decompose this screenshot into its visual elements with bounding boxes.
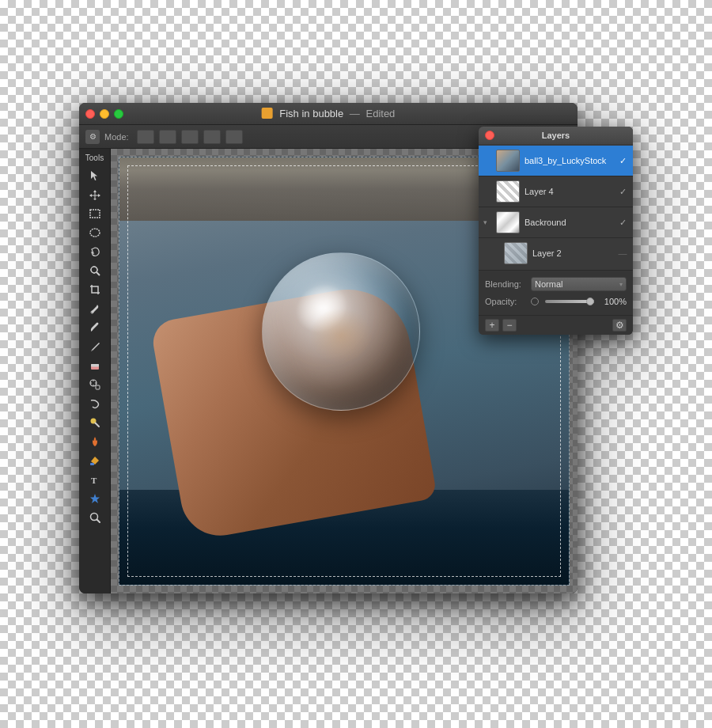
layer-thumb-layer4 — [496, 180, 520, 203]
document-title: Fish in bubble — [279, 108, 343, 119]
layer-thumb-ball3 — [496, 150, 520, 172]
canvas-ball — [262, 252, 420, 411]
layer-visible-ball3[interactable]: ✓ — [617, 156, 628, 166]
burn-tool[interactable] — [83, 433, 107, 450]
edit-status: Edited — [365, 108, 395, 119]
smudge-tool[interactable] — [83, 395, 107, 412]
paint-bucket-tool[interactable] — [83, 452, 107, 469]
crop-tool[interactable] — [83, 281, 107, 298]
magic-wand-tool[interactable] — [83, 262, 107, 279]
opacity-slider[interactable] — [545, 300, 594, 303]
blending-value: Normal — [535, 279, 618, 289]
ball-inner-glow — [309, 308, 372, 362]
svg-point-3 — [91, 267, 97, 273]
layer-name-ball3: ball3_by_LuckyStock — [525, 156, 612, 165]
toolbar-fill-btn[interactable] — [203, 130, 221, 144]
layer-name-backround: Backround — [525, 218, 612, 227]
file-icon — [262, 108, 273, 119]
layer-visible-backround[interactable]: ✓ — [617, 218, 628, 228]
layer-name-layer4: Layer 4 — [525, 187, 612, 196]
opacity-value: 100% — [599, 297, 627, 306]
svg-rect-6 — [91, 364, 99, 367]
ellipse-marquee-tool[interactable] — [83, 224, 107, 241]
layer-thumb-backround — [496, 211, 520, 233]
title-bar: Fish in bubble — Edited — [79, 103, 578, 125]
mode-label: Mode: — [104, 132, 129, 142]
layers-list: ball3_by_LuckyStock ✓ Layer 4 ✓ ▾ Backro… — [479, 144, 633, 270]
title-separator: — — [350, 108, 363, 119]
svg-rect-12 — [96, 385, 100, 389]
opacity-circle — [531, 298, 539, 305]
tools-title: Tools — [85, 154, 104, 162]
blending-label: Blending: — [485, 279, 526, 289]
svg-line-19 — [97, 520, 100, 523]
layer-name-layer2: Layer 2 — [532, 248, 612, 258]
eyedropper-tool[interactable] — [83, 300, 107, 317]
layer-bottom-bar: + − ⚙ — [479, 315, 633, 335]
svg-rect-0 — [90, 210, 100, 218]
clone-tool[interactable] — [83, 376, 107, 393]
layers-title-bar: Layers — [479, 127, 633, 144]
add-layer-button[interactable]: + — [485, 319, 499, 332]
layer-item-backround[interactable]: ▾ Backround ✓ — [479, 207, 633, 237]
traffic-lights — [85, 109, 123, 119]
dropdown-arrow: ▾ — [619, 281, 623, 288]
opacity-label: Opacity: — [485, 297, 526, 306]
lasso-tool[interactable] — [83, 243, 107, 260]
blending-select[interactable]: Normal ▾ — [531, 277, 627, 291]
toolbar-text-btn[interactable] — [225, 130, 243, 144]
toolbar-rect-btn[interactable] — [137, 130, 154, 144]
layer-expand-3: ▾ — [483, 218, 491, 226]
pencil-tool[interactable] — [83, 338, 107, 355]
layer-item-ball3[interactable]: ball3_by_LuckyStock ✓ — [479, 146, 633, 176]
svg-line-14 — [95, 423, 99, 427]
window-title: Fish in bubble — Edited — [262, 108, 396, 120]
select-tool[interactable] — [83, 167, 107, 184]
text-tool[interactable]: T — [83, 471, 107, 488]
toolbar-brush-btn[interactable] — [159, 130, 176, 144]
zoom-tool[interactable] — [83, 509, 107, 526]
settings-icon[interactable]: ⚙ — [85, 130, 100, 144]
move-tool[interactable] — [83, 186, 107, 203]
svg-marker-17 — [90, 494, 100, 503]
svg-rect-15 — [90, 463, 94, 465]
close-button[interactable] — [85, 109, 95, 119]
minimize-button[interactable] — [100, 109, 109, 119]
svg-point-1 — [90, 229, 100, 237]
opacity-row: Opacity: 100% — [485, 293, 627, 310]
toolbar-transform-btn[interactable] — [181, 130, 199, 144]
remove-layer-button[interactable]: − — [502, 319, 517, 332]
maximize-button[interactable] — [114, 109, 123, 119]
star-tool[interactable] — [83, 490, 107, 507]
app-container: Fish in bubble — Edited ⚙ Mode: Tools — [79, 103, 633, 625]
layer-settings-button[interactable]: ⚙ — [612, 319, 627, 332]
layer-visible-layer4[interactable]: ✓ — [617, 187, 628, 197]
svg-line-2 — [97, 272, 100, 275]
rect-marquee-tool[interactable] — [83, 205, 107, 222]
eraser-tool[interactable] — [83, 357, 107, 374]
layers-panel-title: Layers — [542, 131, 570, 140]
blending-row: Blending: Normal ▾ — [485, 275, 627, 293]
layer-thumb-layer2 — [504, 242, 528, 264]
layer-item-layer2[interactable]: Layer 2 — — [479, 238, 633, 268]
layer-visible-layer2[interactable]: — — [617, 248, 628, 258]
layers-panel: Layers ball3_by_LuckyStock ✓ Layer 4 ✓ — [479, 127, 633, 335]
svg-text:T: T — [91, 476, 97, 485]
layer-properties: Blending: Normal ▾ Opacity: 100% — [479, 270, 633, 315]
dodge-tool[interactable] — [83, 414, 107, 431]
brush-tool[interactable] — [83, 319, 107, 336]
layer-item-layer4[interactable]: Layer 4 ✓ — [479, 176, 633, 207]
tools-panel: Tools — [79, 149, 111, 593]
layers-close-button[interactable] — [485, 131, 494, 140]
